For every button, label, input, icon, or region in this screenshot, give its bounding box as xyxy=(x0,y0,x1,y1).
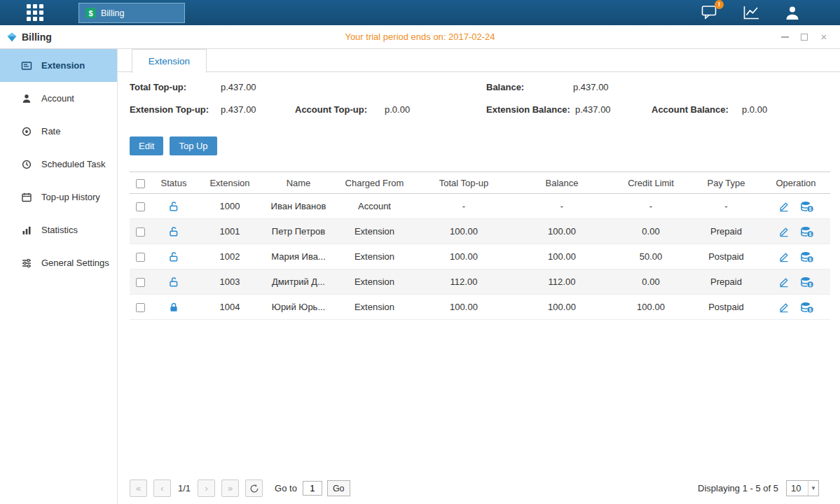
svg-text:$: $ xyxy=(809,231,812,237)
action-buttons: Edit Top Up xyxy=(118,136,840,155)
total-topup-label: Total Top-up: xyxy=(130,82,186,92)
notifications-icon[interactable]: ! xyxy=(701,5,719,20)
top-app-bar: $ Billing ! xyxy=(0,0,840,25)
prev-page-button[interactable]: ‹ xyxy=(153,479,171,497)
total-topup-value: p.437.00 xyxy=(221,82,256,92)
cell-credit-limit: 0.00 xyxy=(611,219,691,244)
edit-icon[interactable] xyxy=(778,226,790,237)
cell-pay-type: - xyxy=(691,194,762,219)
close-button[interactable]: × xyxy=(819,32,829,42)
apps-grid-icon[interactable] xyxy=(27,4,43,21)
edit-icon[interactable] xyxy=(778,302,790,313)
notification-badge: ! xyxy=(715,0,724,9)
goto-page-input[interactable] xyxy=(303,481,322,496)
line-chart-icon xyxy=(743,5,760,20)
bar-chart-icon xyxy=(21,225,32,236)
main-content: Extension Total Top-up: p.437.00 Balance… xyxy=(118,49,840,504)
sidebar-label: Extension xyxy=(41,60,85,71)
row-checkbox[interactable] xyxy=(136,278,145,287)
cell-total-topup: 100.00 xyxy=(415,295,513,320)
sliders-icon xyxy=(21,258,32,269)
cell-credit-limit: 100.00 xyxy=(611,295,691,320)
edit-button[interactable]: Edit xyxy=(130,136,163,155)
extension-card-icon xyxy=(21,60,32,71)
trial-notice: Your trial period ends on: 2017-02-24 xyxy=(0,31,840,42)
sidebar-label: Rate xyxy=(41,126,60,136)
cell-total-topup: 100.00 xyxy=(415,219,513,244)
billing-summary: Total Top-up: p.437.00 Balance: p.437.00… xyxy=(118,72,840,136)
page-size-select[interactable]: 10 ▼ xyxy=(786,480,819,496)
cell-extension: 1000 xyxy=(197,194,263,219)
sidebar-item-statistics[interactable]: Statistics xyxy=(0,214,117,246)
cell-name: Петр Петров xyxy=(263,219,334,244)
go-button[interactable]: Go xyxy=(327,480,350,496)
cell-charged-from: Extension xyxy=(334,244,415,270)
cell-extension: 1003 xyxy=(197,270,263,295)
cell-charged-from: Extension xyxy=(334,219,415,244)
topup-money-icon[interactable]: $ xyxy=(801,226,813,237)
chevron-down-icon: ▼ xyxy=(808,481,818,496)
cell-balance: 100.00 xyxy=(513,244,611,270)
row-checkbox[interactable] xyxy=(136,253,145,262)
cell-pay-type: Postpaid xyxy=(691,295,762,320)
sidebar-label: Scheduled Task xyxy=(41,159,106,169)
edit-icon[interactable] xyxy=(778,201,790,212)
sidebar-item-account[interactable]: Account xyxy=(0,82,117,115)
minimize-button[interactable] xyxy=(780,32,790,42)
goto-label: Go to xyxy=(275,483,297,493)
row-checkbox[interactable] xyxy=(136,303,145,312)
cell-charged-from: Extension xyxy=(334,295,415,320)
col-pay-type: Pay Type xyxy=(691,172,762,194)
topup-money-icon[interactable]: $ xyxy=(801,302,813,313)
first-page-button[interactable]: « xyxy=(130,479,147,497)
sidebar-item-extension[interactable]: Extension xyxy=(0,49,117,82)
tab-extension[interactable]: Extension xyxy=(132,49,207,73)
topup-money-icon[interactable]: $ xyxy=(801,251,813,262)
svg-text:$: $ xyxy=(809,256,812,262)
billing-dollar-icon: $ xyxy=(85,8,96,18)
col-operation: Operation xyxy=(762,172,830,194)
last-page-button[interactable]: » xyxy=(221,479,239,497)
select-all-checkbox[interactable] xyxy=(136,179,145,188)
account-person-icon xyxy=(21,93,32,104)
account-balance-label: Account Balance: xyxy=(652,104,729,115)
sidebar-label: Statistics xyxy=(41,225,78,235)
displaying-text: Displaying 1 - 5 of 5 xyxy=(698,483,778,493)
svg-text:$: $ xyxy=(809,307,812,312)
top-up-button[interactable]: Top Up xyxy=(170,136,216,155)
cell-extension: 1002 xyxy=(197,244,263,270)
window-title: Billing xyxy=(22,31,52,43)
cell-pay-type: Prepaid xyxy=(691,219,762,244)
cell-total-topup: 112.00 xyxy=(415,270,513,295)
sidebar-item-scheduled-task[interactable]: Scheduled Task xyxy=(0,148,117,181)
cell-pay-type: Postpaid xyxy=(691,244,762,270)
person-icon xyxy=(784,5,801,20)
page-size-value: 10 xyxy=(791,483,801,493)
topup-money-icon[interactable]: $ xyxy=(801,276,813,288)
cell-name: Юрий Юрь... xyxy=(263,295,334,320)
sidebar-item-rate[interactable]: Rate xyxy=(0,115,117,148)
maximize-button[interactable] xyxy=(799,32,809,42)
edit-icon[interactable] xyxy=(778,276,790,288)
topup-money-icon[interactable]: $ xyxy=(801,201,813,212)
edit-icon[interactable] xyxy=(778,251,790,262)
table-header-row: Status Extension Name Charged From Total… xyxy=(130,172,830,194)
sidebar-item-general-settings[interactable]: General Settings xyxy=(0,246,117,279)
monitor-chart-icon[interactable] xyxy=(742,5,760,20)
cell-balance: 100.00 xyxy=(513,219,611,244)
window-controls: × xyxy=(780,32,840,42)
user-account-icon[interactable] xyxy=(783,5,801,20)
row-checkbox[interactable] xyxy=(136,202,145,211)
tab-strip: Extension xyxy=(118,49,840,72)
extension-balance-label: Extension Balance: xyxy=(486,104,570,115)
window-titlebar: Billing Your trial period ends on: 2017-… xyxy=(0,25,840,49)
svg-text:$: $ xyxy=(809,281,812,287)
account-topup-label: Account Top-up: xyxy=(295,104,367,115)
next-page-button[interactable]: › xyxy=(198,479,215,497)
billing-app-tab[interactable]: $ Billing xyxy=(78,3,185,23)
refresh-button[interactable] xyxy=(245,479,263,497)
col-name: Name xyxy=(263,172,334,194)
sidebar-item-topup-history[interactable]: Top-up History xyxy=(0,181,117,214)
row-checkbox[interactable] xyxy=(136,227,145,237)
calendar-icon xyxy=(21,192,32,203)
